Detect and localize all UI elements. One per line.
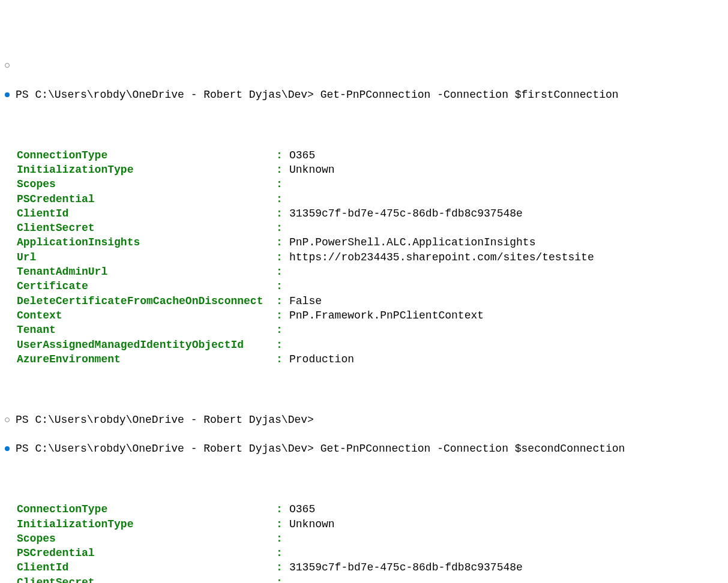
output-key: PSCredential xyxy=(17,546,276,560)
command-text: Get-PnPConnection -Connection $firstConn… xyxy=(320,89,619,101)
colon: : xyxy=(276,221,289,235)
bullet-icon xyxy=(5,92,10,97)
terminal-prompt-line[interactable]: PS C:\Users\robdy\OneDrive - Robert Dyja… xyxy=(0,441,728,456)
output-key: InitializationType xyxy=(17,517,276,531)
output-row: TenantAdminUrl: xyxy=(0,265,728,279)
output-key: InitializationType xyxy=(17,163,276,177)
output-block-1: ConnectionType:O365InitializationType:Un… xyxy=(0,148,728,366)
output-key: Scopes xyxy=(17,177,276,191)
bullet-icon xyxy=(5,446,10,451)
colon: : xyxy=(276,192,289,206)
colon: : xyxy=(276,148,289,163)
output-key: ConnectionType xyxy=(17,502,276,516)
output-row: DeleteCertificateFromCacheOnDisconnect:F… xyxy=(0,294,728,308)
output-row: Context:PnP.Framework.PnPClientContext xyxy=(0,308,728,323)
colon: : xyxy=(276,517,289,531)
output-key: TenantAdminUrl xyxy=(17,265,276,279)
colon: : xyxy=(276,531,289,546)
colon: : xyxy=(276,250,289,265)
colon: : xyxy=(276,502,289,516)
output-key: ClientSecret xyxy=(17,221,276,235)
output-key: UserAssignedManagedIdentityObjectId xyxy=(17,338,276,352)
output-value: Unknown xyxy=(289,517,335,531)
output-key: ConnectionType xyxy=(17,148,276,163)
output-key: ClientId xyxy=(17,560,276,575)
output-value: PnP.Framework.PnPClientContext xyxy=(289,308,484,323)
output-row: Scopes: xyxy=(0,531,728,546)
output-row: Certificate: xyxy=(0,279,728,293)
output-row: ClientSecret: xyxy=(0,575,728,583)
output-row: Tenant: xyxy=(0,323,728,337)
colon: : xyxy=(276,352,289,366)
output-value: O365 xyxy=(289,148,315,163)
command-text: Get-PnPConnection -Connection $secondCon… xyxy=(320,443,625,455)
prompt-path: PS C:\Users\robdy\OneDrive - Robert Dyja… xyxy=(16,443,314,455)
output-key: AzureEnvironment xyxy=(17,352,276,366)
output-key: Url xyxy=(17,250,276,265)
output-row: InitializationType:Unknown xyxy=(0,517,728,531)
output-row: ClientId:31359c7f-bd7e-475c-86db-fdb8c93… xyxy=(0,206,728,221)
terminal-prompt-line[interactable]: PS C:\Users\robdy\OneDrive - Robert Dyja… xyxy=(0,88,728,102)
terminal-prompt-line-empty[interactable]: PS C:\Users\robdy\OneDrive - Robert Dyja… xyxy=(0,413,728,427)
output-row: UserAssignedManagedIdentityObjectId: xyxy=(0,338,728,352)
output-row: ConnectionType:O365 xyxy=(0,502,728,516)
output-value: PnP.PowerShell.ALC.ApplicationInsights xyxy=(289,235,535,250)
terminal-line-cutoff xyxy=(0,58,728,73)
prompt-path: PS C:\Users\robdy\OneDrive - Robert Dyja… xyxy=(16,413,314,427)
output-row: ApplicationInsights:PnP.PowerShell.ALC.A… xyxy=(0,235,728,250)
output-row: ClientId:31359c7f-bd7e-475c-86db-fdb8c93… xyxy=(0,560,728,575)
colon: : xyxy=(276,560,289,575)
output-row: Url:https://rob234435.sharepoint.com/sit… xyxy=(0,250,728,265)
colon: : xyxy=(276,206,289,221)
colon: : xyxy=(276,294,289,308)
output-value: False xyxy=(289,294,322,308)
output-row: PSCredential: xyxy=(0,546,728,560)
output-key: ClientSecret xyxy=(17,575,276,583)
output-value: 31359c7f-bd7e-475c-86db-fdb8c937548e xyxy=(289,560,523,575)
output-block-2: ConnectionType:O365InitializationType:Un… xyxy=(0,502,728,583)
colon: : xyxy=(276,575,289,583)
output-value: https://rob234435.sharepoint.com/sites/t… xyxy=(289,250,594,265)
output-row: Scopes: xyxy=(0,177,728,191)
output-key: Context xyxy=(17,308,276,323)
output-value: Production xyxy=(289,352,354,366)
output-row: PSCredential: xyxy=(0,192,728,206)
colon: : xyxy=(276,177,289,191)
prompt-path: PS C:\Users\robdy\OneDrive - Robert Dyja… xyxy=(16,89,314,101)
cutoff-text xyxy=(16,58,197,73)
output-key: PSCredential xyxy=(17,192,276,206)
output-key: ApplicationInsights xyxy=(17,235,276,250)
colon: : xyxy=(276,308,289,323)
output-row: ConnectionType:O365 xyxy=(0,148,728,163)
output-row: ClientSecret: xyxy=(0,221,728,235)
output-value: 31359c7f-bd7e-475c-86db-fdb8c937548e xyxy=(289,206,523,221)
colon: : xyxy=(276,279,289,293)
bullet-icon xyxy=(5,417,10,422)
colon: : xyxy=(276,323,289,337)
bullet-icon xyxy=(5,63,10,68)
colon: : xyxy=(276,338,289,352)
colon: : xyxy=(276,265,289,279)
output-key: Certificate xyxy=(17,279,276,293)
output-key: DeleteCertificateFromCacheOnDisconnect xyxy=(17,294,276,308)
output-key: Scopes xyxy=(17,531,276,546)
colon: : xyxy=(276,546,289,560)
colon: : xyxy=(276,163,289,177)
output-key: Tenant xyxy=(17,323,276,337)
output-key: ClientId xyxy=(17,206,276,221)
colon: : xyxy=(276,235,289,250)
output-row: InitializationType:Unknown xyxy=(0,163,728,177)
output-value: Unknown xyxy=(289,163,335,177)
output-value: O365 xyxy=(289,502,315,516)
output-row: AzureEnvironment:Production xyxy=(0,352,728,366)
